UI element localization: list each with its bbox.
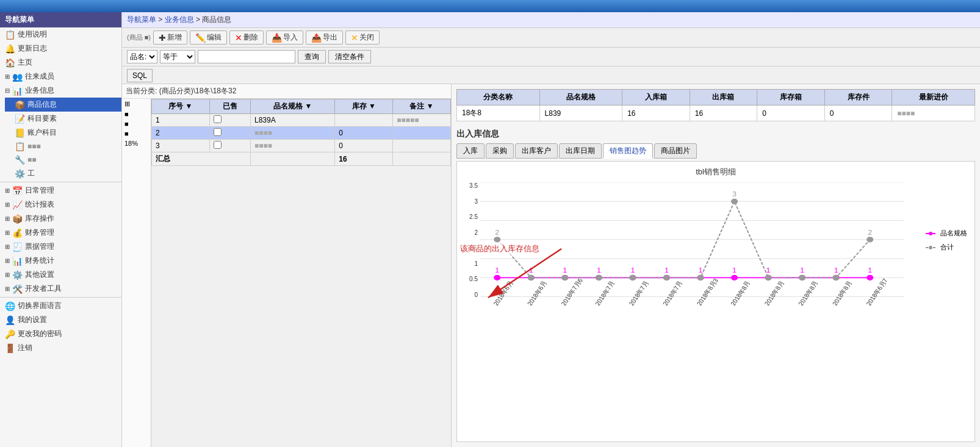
new-button[interactable]: ✚ 新增 xyxy=(153,30,187,45)
sidebar-item-finance[interactable]: ⊞ 💰 财务管理 xyxy=(0,226,121,240)
search-condition-select[interactable]: 等于 包含 不等于 xyxy=(160,50,195,63)
sidebar-item-misc1[interactable]: 📋 ■■■ xyxy=(5,140,121,153)
toolbar: (商品 ■) ✚ 新增 ✏️ 编辑 ✕ 删除 📥 导入 📤 导出 xyxy=(122,28,980,48)
misc1-icon: 📋 xyxy=(15,141,25,151)
import-button[interactable]: 📥 导入 xyxy=(266,30,303,45)
tab-purchase[interactable]: 采购 xyxy=(486,143,514,159)
clear-button[interactable]: 清空条件 xyxy=(328,50,371,63)
sold-checkbox[interactable] xyxy=(214,128,222,136)
misc3-icon: ⚙️ xyxy=(15,169,25,179)
tab-goods-image[interactable]: 商品图片 xyxy=(654,143,697,159)
y-label-0: 0 xyxy=(474,291,478,298)
sidebar-item-home[interactable]: 🏠 主页 xyxy=(0,55,121,70)
sidebar-item-switchlang[interactable]: 🌐 切换界面语言 xyxy=(0,299,121,313)
sidebar-item-finstats[interactable]: ⊞ 📊 财务统计 xyxy=(0,254,121,268)
cell-sold[interactable] xyxy=(209,127,250,140)
svg-point-31 xyxy=(494,237,500,242)
sold-checkbox[interactable] xyxy=(214,115,222,123)
sidebar-item-stats[interactable]: ⊞ 📈 统计报表 xyxy=(0,198,121,212)
sidebar-divider-1 xyxy=(0,182,121,182)
svg-point-35 xyxy=(629,275,636,281)
svg-text:2018年8月: 2018年8月 xyxy=(763,281,786,307)
sidebar-item-daily[interactable]: ⊞ 📅 日常管理 xyxy=(0,184,121,198)
sidebar-item-subject-elements[interactable]: 📝 科目要素 xyxy=(5,112,121,126)
sidebar-item-misc2[interactable]: 🔧 ■■ xyxy=(5,153,121,166)
search-button[interactable]: 查询 xyxy=(298,50,326,63)
expand-settings-icon: ⊞ xyxy=(5,271,10,278)
breadcrumb-business[interactable]: 业务信息 xyxy=(165,15,194,24)
summary-table: 分类名称 品名规格 入库箱 出库箱 库存箱 库存件 最新进价 18冬8 L839 xyxy=(456,89,975,121)
y-label-3: 3 xyxy=(474,198,478,205)
sidebar-item-contacts[interactable]: ⊞ 👥 往来成员 xyxy=(0,70,121,84)
left-panel: 当前分类: (商品分类)\18冬\18冬32 ⊞ ■ ■ ■ 18% xyxy=(122,84,452,447)
sidebar-item-tickets[interactable]: ⊞ 🧾 票据管理 xyxy=(0,240,121,254)
search-field-select[interactable]: 品名: xyxy=(127,50,157,63)
svg-text:2: 2 xyxy=(868,229,872,236)
sidebar-item-devtools[interactable]: ⊞ 🛠️ 开发者工具 xyxy=(0,282,121,296)
svg-text:1: 1 xyxy=(529,267,533,274)
expand-tickets-icon: ⊞ xyxy=(5,243,10,250)
export-button[interactable]: 📤 导出 xyxy=(306,30,343,45)
sidebar-item-logout[interactable]: 🚪 注销 xyxy=(0,341,121,355)
sold-checkbox[interactable] xyxy=(214,141,222,149)
finance-icon: 💰 xyxy=(12,228,23,238)
split-area: 当前分类: (商品分类)\18冬\18冬32 ⊞ ■ ■ ■ 18% xyxy=(122,84,980,447)
sidebar-item-accounts[interactable]: 📒 账户科目 xyxy=(5,126,121,140)
svg-point-39 xyxy=(765,275,772,281)
sidebar-item-business[interactable]: ⊟ 📊 业务信息 xyxy=(0,84,121,98)
tab-sales-trend[interactable]: 销售图趋势 xyxy=(603,143,653,159)
table-row[interactable]: 3 ■■■■ 0 xyxy=(152,140,451,152)
svg-text:1: 1 xyxy=(630,267,635,274)
svg-text:1: 1 xyxy=(868,267,872,274)
tab-inbound[interactable]: 入库 xyxy=(456,143,485,159)
chart-svg: 1 1 1 1 1 1 1 1 1 1 1 1 xyxy=(480,182,921,316)
log-icon: 🔔 xyxy=(5,44,15,54)
search-bar: 品名: 等于 包含 不等于 查询 清空条件 xyxy=(122,48,980,66)
sidebar-item-help[interactable]: 📋 使用说明 xyxy=(0,27,121,41)
summary-col-stockbox: 库存箱 xyxy=(757,90,825,105)
svg-point-36 xyxy=(663,275,670,281)
sql-button[interactable]: SQL xyxy=(127,69,153,82)
chart-legend: 品名规格 合计 xyxy=(921,182,970,316)
legend-spec-label: 品名规格 xyxy=(940,229,967,238)
breadcrumb-nav[interactable]: 导航菜单 xyxy=(127,15,156,24)
search-value-input[interactable] xyxy=(198,50,295,63)
sidebar-item-settings[interactable]: ⊞ ⚙️ 其他设置 xyxy=(0,268,121,282)
table-row[interactable]: 1 L839A ■■■■■ xyxy=(152,114,451,127)
col-sold: 已售 xyxy=(209,99,250,114)
tree-item-expand[interactable]: ⊞ xyxy=(122,99,151,109)
chart-area: 3.5 3 2.5 2 1.5 1 0.5 0 xyxy=(462,182,970,316)
sidebar-item-misc3[interactable]: ⚙️ 工 xyxy=(5,166,121,181)
close-button[interactable]: ✕ 关闭 xyxy=(345,30,380,45)
tree-item-1[interactable]: ■ xyxy=(122,109,151,119)
table-scroll[interactable]: 序号 ▼ 已售 品名规格 ▼ 库存 ▼ 备注 ▼ 1 xyxy=(151,99,451,447)
help-icon: 📋 xyxy=(5,30,15,40)
tab-out-customer[interactable]: 出库客户 xyxy=(515,143,558,159)
expand-contacts-icon: ⊞ xyxy=(5,73,10,80)
cell-seq: 2 xyxy=(152,127,210,140)
sidebar-item-changepwd[interactable]: 🔑 更改我的密码 xyxy=(0,327,121,341)
svg-text:2: 2 xyxy=(495,229,499,236)
sidebar-item-mysettings[interactable]: 👤 我的设置 xyxy=(0,313,121,327)
tab-bar: 入库 采购 出库客户 出库日期 销售图趋势 商品图片 xyxy=(456,143,975,159)
sidebar-item-goods[interactable]: 📦 商品信息 xyxy=(5,98,121,112)
sidebar-item-inventory[interactable]: ⊞ 📦 库存操作 xyxy=(0,212,121,226)
summary-cell-out: 16 xyxy=(690,105,757,121)
cell-sold[interactable] xyxy=(209,114,250,127)
delete-button[interactable]: ✕ 删除 xyxy=(229,30,264,45)
category-label: 当前分类: (商品分类)\18冬\18冬32 xyxy=(122,84,451,99)
svg-text:2018年6月7: 2018年6月7 xyxy=(865,277,889,307)
tree-item-3[interactable]: ■ xyxy=(122,129,151,138)
sidebar-item-log[interactable]: 🔔 更新日志 xyxy=(0,41,121,55)
cell-sold[interactable] xyxy=(209,140,250,152)
tree-item-18[interactable]: 18% xyxy=(122,138,151,148)
expand-stats-icon: ⊞ xyxy=(5,201,10,208)
edit-button[interactable]: ✏️ 编辑 xyxy=(190,30,227,45)
table-row[interactable]: 2 ■■■■ 0 xyxy=(152,127,451,140)
svg-text:2018年7月: 2018年7月 xyxy=(627,281,650,307)
daily-icon: 📅 xyxy=(12,186,23,196)
tree-item-2[interactable]: ■ xyxy=(122,119,151,129)
tab-out-date[interactable]: 出库日期 xyxy=(559,143,602,159)
cell-note xyxy=(393,127,451,140)
svg-text:2018年7月: 2018年7月 xyxy=(594,281,616,307)
